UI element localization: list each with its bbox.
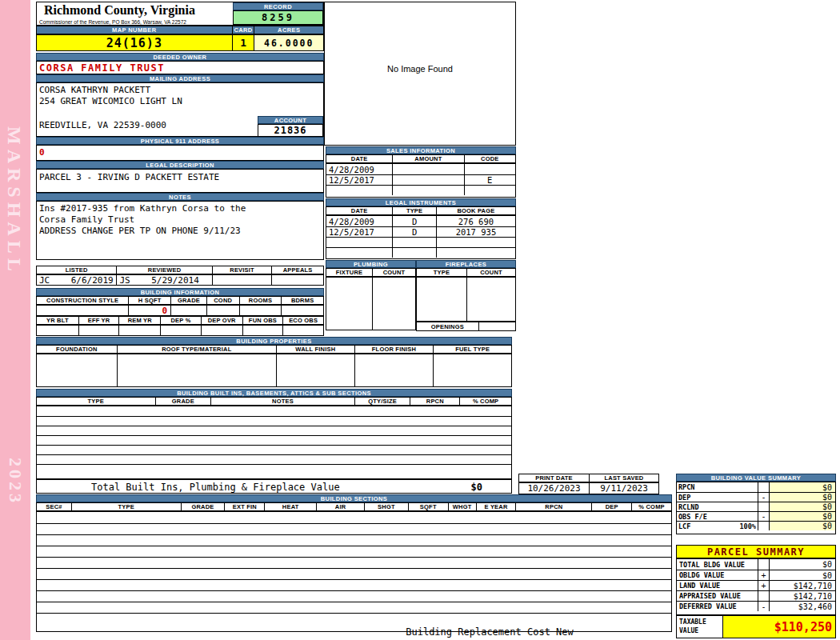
instrument-row-empty (326, 237, 515, 247)
ps-value: $142,710 (769, 581, 835, 590)
ps-label: TOTAL BLDG VALUE (677, 559, 758, 570)
col-eff-yr: EFF YR (78, 317, 119, 324)
plumbing-col-count: COUNT (372, 269, 415, 276)
empty-row (37, 464, 511, 474)
col-wall-finish: WALL FINISH (276, 346, 354, 353)
col-grade: GRADE (170, 297, 206, 304)
record-value: 8259 (234, 11, 322, 24)
empty-cell (160, 326, 201, 335)
col-roof: ROOF TYPE/MATERIAL (117, 346, 276, 353)
construction-style-value (37, 306, 128, 315)
instrument-date: 12/5/2017 (326, 227, 392, 237)
empty-cell (433, 354, 511, 386)
county-office: Commissioner of the Revenue, PO Box 366,… (39, 19, 186, 25)
empty-cell (37, 546, 671, 557)
empty-cell (37, 512, 671, 523)
ps-label: APPRAISED VALUE (677, 591, 758, 601)
col-sqft: SQFT (408, 503, 448, 510)
empty-cell (436, 238, 515, 247)
sale-date: 12/5/2017 (326, 175, 392, 185)
bvs-row: RCLND $0 (677, 502, 835, 511)
built-ins-header: BUILDING BUILT INS, BASEMENTS, ATTICS & … (36, 389, 512, 397)
reviewed-value: JS 5/29/2014 (116, 275, 211, 285)
print-date-header: PRINT DATE (519, 474, 589, 482)
revisit-value (212, 275, 272, 285)
sales-information-header: SALES INFORMATION (326, 146, 516, 154)
empty-row (37, 590, 671, 602)
empty-cell (37, 524, 671, 534)
col-eco-obs: ECO OBS (282, 317, 323, 324)
inspection-column-headers: LISTED REVIEWED REVISIT APPEALS (36, 266, 324, 274)
col-fuel-type: FUEL TYPE (433, 346, 511, 353)
building-info-values-1: 0 (36, 305, 324, 316)
account-header: ACCOUNT (258, 116, 323, 124)
empty-row (37, 512, 671, 523)
record-header: RECORD (233, 2, 323, 10)
footer-text: Building Replacement Cost New (398, 626, 582, 638)
col-air: AIR (316, 503, 364, 510)
sales-row: 12/5/2017 E (326, 174, 515, 185)
bvs-label-cell: DEP (677, 493, 758, 502)
empty-row (37, 534, 671, 546)
col-pct-comp: % COMP (631, 503, 671, 510)
empty-cell (436, 248, 515, 258)
plumbing-col-fixture: FIXTURE (326, 269, 372, 276)
built-ins-total-value: $0 (471, 482, 482, 493)
ps-op: + (758, 570, 769, 580)
col-notes: NOTES (210, 398, 354, 405)
instrument-type: D (392, 216, 436, 226)
bvs-label-cell: RCLND (677, 502, 758, 511)
empty-row (37, 568, 671, 579)
sale-amount (392, 175, 463, 185)
legal-instruments-header: LEGAL INSTRUMENTS (326, 198, 516, 206)
col-dep-pct: DEP % (160, 317, 201, 324)
empty-row (37, 523, 671, 534)
mailing-address-header: MAILING ADDRESS (36, 74, 324, 82)
col-rooms: ROOMS (239, 297, 282, 304)
bvs-value: $0 (769, 482, 835, 492)
instrument-row: 12/5/2017 D 2017 935 (326, 226, 515, 237)
empty-cell (478, 322, 515, 330)
parcel-summary-title: PARCEL SUMMARY (707, 546, 805, 558)
empty-row (37, 579, 671, 590)
empty-cell (37, 406, 511, 416)
instruments-col-date: DATE (326, 207, 392, 214)
record-value-box: 8259 (233, 10, 323, 25)
ps-op (758, 559, 769, 570)
col-shgt: SHGT (364, 503, 408, 510)
empty-cell (282, 326, 323, 335)
empty-row (37, 435, 511, 445)
built-ins-columns: TYPE GRADE NOTES QTY/SIZE RPCN % COMP (36, 397, 512, 406)
empty-row (37, 557, 671, 568)
sales-row-empty (326, 185, 515, 195)
sales-col-date: DATE (326, 155, 392, 162)
instruments-col-book: BOOK PAGE (436, 207, 515, 214)
instrument-book: 276 690 (436, 216, 515, 226)
parcel-summary-row: APPRAISED VALUE $142,710 (677, 590, 835, 601)
print-info-values: 10/26/2023 9/11/2023 (518, 482, 659, 494)
instrument-date: 4/28/2009 (326, 216, 392, 226)
acres-value: 46.0000 (254, 35, 323, 50)
col-pct-comp: % COMP (459, 398, 511, 405)
col-rpcn: RPCN (515, 503, 591, 510)
empty-cell (37, 326, 78, 335)
notes-line-3: ADDRESS CHANGE PER TP ON PHONE 9/11/23 (39, 226, 241, 236)
empty-row (37, 613, 671, 624)
instrument-row: 4/28/2009 D 276 690 (326, 216, 515, 226)
empty-cell (37, 436, 511, 445)
col-type: TYPE (71, 503, 181, 510)
col-floor-finish: FLOOR FINISH (354, 346, 434, 353)
ps-op: - (758, 602, 769, 611)
cond-value (206, 306, 239, 315)
built-ins-empty-rows (36, 406, 512, 479)
card-value: 1 (232, 35, 254, 50)
card-header: CARD (232, 26, 254, 34)
empty-cell (78, 326, 119, 335)
bvs-row: LCF 100% $0 (677, 521, 835, 530)
bvs-label-cell: LCF 100% (677, 522, 758, 530)
building-properties-body (36, 354, 512, 387)
county-title: Richmond County, Virginia (44, 3, 195, 18)
ps-label: LAND VALUE (677, 581, 758, 590)
taxable-label-cell: TAXABLE VALUE (677, 616, 722, 638)
building-value-summary-header: BUILDING VALUE SUMMARY (676, 474, 836, 482)
